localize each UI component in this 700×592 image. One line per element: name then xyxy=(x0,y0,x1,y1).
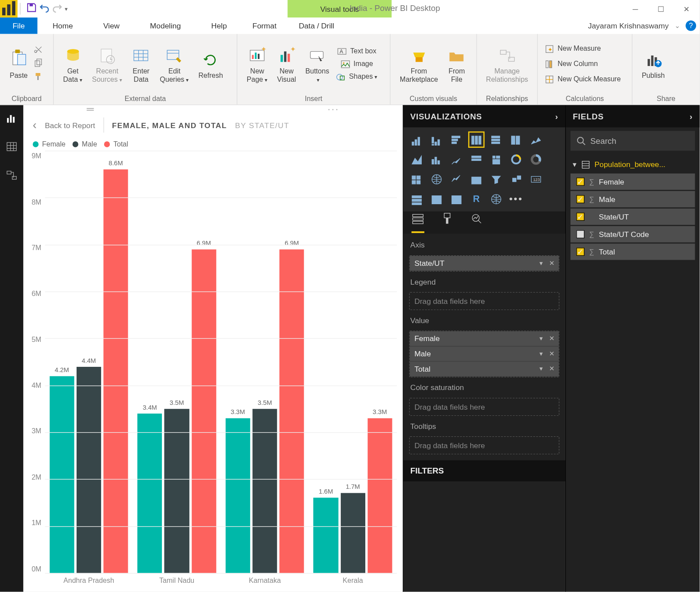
model-view-icon[interactable] xyxy=(6,169,18,184)
viz-type-22[interactable] xyxy=(429,192,444,207)
report-view-icon[interactable] xyxy=(6,112,18,127)
field-female[interactable]: ✓∑Female xyxy=(570,174,695,190)
undo-icon[interactable] xyxy=(39,2,50,16)
new-measure-button[interactable]: ✦New Measure xyxy=(542,43,603,55)
close-button[interactable]: ✕ xyxy=(674,0,700,17)
viz-type-16[interactable] xyxy=(449,172,464,187)
checkbox-on-icon[interactable]: ✓ xyxy=(576,195,584,203)
field-state[interactable]: ✓∑State/UT xyxy=(570,209,695,225)
data-view-icon[interactable] xyxy=(6,141,18,155)
chevron-down-icon[interactable]: ⌄ xyxy=(675,22,680,29)
viz-type-11[interactable] xyxy=(489,152,504,167)
manage-relationships-button[interactable]: Manage Relationships xyxy=(482,45,532,84)
bar-female-2[interactable]: 3.3M xyxy=(226,418,250,573)
cut-icon[interactable] xyxy=(34,45,43,57)
recent-sources-button[interactable]: Recent Sources▾ xyxy=(88,45,127,84)
filters-header[interactable]: FILTERS xyxy=(403,460,565,481)
chart[interactable]: 9M8M7M6M5M4M3M2M1M0M 4.2M4.4M8.6M3.4M3.5… xyxy=(23,151,402,592)
copy-icon[interactable] xyxy=(34,58,43,70)
tooltips-dropzone[interactable]: Drag data fields here xyxy=(410,437,559,454)
menu-view[interactable]: View xyxy=(88,17,135,34)
get-data-button[interactable]: Get Data▾ xyxy=(59,45,88,84)
publish-button[interactable]: Publish xyxy=(637,49,669,80)
menu-modeling[interactable]: Modeling xyxy=(135,17,196,34)
analytics-tab-icon[interactable] xyxy=(470,212,483,233)
viz-type-2[interactable] xyxy=(449,132,464,147)
bar-male-1[interactable]: 3.5M xyxy=(164,409,189,573)
menu-help[interactable]: Help xyxy=(196,17,242,34)
fields-tab-icon[interactable] xyxy=(412,212,424,233)
chevron-right-icon[interactable]: › xyxy=(690,111,693,121)
table-header[interactable]: ▾ Population_betwee... xyxy=(570,157,695,172)
bar-total-2[interactable]: 6.9M xyxy=(280,249,304,573)
bar-total-0[interactable]: 8.6M xyxy=(104,170,128,573)
from-marketplace-button[interactable]: From Marketplace xyxy=(395,45,443,84)
axis-chip-state[interactable]: State/UT▾✕ xyxy=(410,256,559,271)
viz-type-5[interactable] xyxy=(508,132,524,147)
redo-icon[interactable] xyxy=(52,2,63,16)
viz-type-7[interactable] xyxy=(409,152,424,167)
viz-type-23[interactable] xyxy=(449,192,464,207)
value-chip-male[interactable]: Male▾✕ xyxy=(410,346,559,362)
qat-caret-icon[interactable]: ▾ xyxy=(65,6,68,12)
viz-type-21[interactable] xyxy=(409,192,424,207)
shapes-button[interactable]: Shapes▾ xyxy=(334,71,380,83)
viz-type-20[interactable]: 123 xyxy=(528,172,544,187)
colorsat-dropzone[interactable]: Drag data fields here xyxy=(410,398,559,415)
textbox-button[interactable]: AText box xyxy=(334,45,380,57)
viz-type-10[interactable] xyxy=(469,152,484,167)
new-visual-button[interactable]: ✦New Visual xyxy=(273,45,301,84)
image-button[interactable]: Image xyxy=(334,59,380,70)
format-painter-icon[interactable] xyxy=(34,72,43,84)
menu-datadrill[interactable]: Data / Drill xyxy=(290,17,343,34)
edit-queries-button[interactable]: Edit Queries▾ xyxy=(155,45,194,84)
viz-type-4[interactable] xyxy=(489,132,504,147)
menu-home[interactable]: Home xyxy=(38,17,88,34)
back-to-report[interactable]: Back to Report xyxy=(45,121,95,129)
paste-button[interactable]: Paste xyxy=(5,49,33,80)
save-icon[interactable] xyxy=(26,2,37,16)
checkbox-on-icon[interactable]: ✓ xyxy=(576,178,584,186)
value-chip-female[interactable]: Female▾✕ xyxy=(410,331,559,347)
remove-icon[interactable]: ✕ xyxy=(549,259,554,267)
legend-dropzone[interactable]: Drag data fields here xyxy=(410,293,559,310)
refresh-button[interactable]: Refresh xyxy=(194,49,228,80)
bar-female-1[interactable]: 3.4M xyxy=(137,414,162,573)
viz-type-3[interactable] xyxy=(469,132,484,147)
bar-male-3[interactable]: 1.7M xyxy=(340,493,365,573)
viz-type-14[interactable] xyxy=(409,172,424,187)
checkbox-off-icon[interactable] xyxy=(576,230,584,238)
fields-search[interactable]: Search xyxy=(570,131,695,150)
chevron-down-icon[interactable]: ▾ xyxy=(539,259,543,267)
viz-type-1[interactable] xyxy=(429,132,444,147)
minimize-button[interactable]: ─ xyxy=(623,0,648,17)
bar-total-3[interactable]: 3.3M xyxy=(368,418,392,573)
viz-type-9[interactable] xyxy=(449,152,464,167)
viz-type-0[interactable] xyxy=(409,132,424,147)
checkbox-on-icon[interactable]: ✓ xyxy=(576,212,584,221)
viz-type-15[interactable] xyxy=(429,172,444,187)
viz-type-18[interactable] xyxy=(489,172,504,187)
format-tab-icon[interactable] xyxy=(441,212,453,233)
field-total[interactable]: ✓∑Total xyxy=(570,244,695,260)
viz-type-19[interactable] xyxy=(508,172,524,187)
viz-type-26[interactable]: ••• xyxy=(508,192,524,207)
user-name[interactable]: Jayaram Krishnaswamy xyxy=(588,21,668,30)
field-state-code[interactable]: ∑State/UT Code xyxy=(570,226,695,242)
enter-data-button[interactable]: Enter Data xyxy=(127,45,155,84)
chevron-right-icon[interactable]: › xyxy=(555,111,558,121)
new-page-button[interactable]: ✦New Page▾ xyxy=(242,45,273,84)
viz-type-12[interactable] xyxy=(508,152,524,167)
help-icon[interactable]: ? xyxy=(686,21,696,31)
viz-type-25[interactable] xyxy=(489,192,504,207)
new-column-button[interactable]: New Column xyxy=(542,59,600,70)
viz-type-8[interactable] xyxy=(429,152,444,167)
from-file-button[interactable]: From File xyxy=(443,45,471,84)
menu-format[interactable]: Format xyxy=(238,17,290,34)
bar-male-0[interactable]: 4.4M xyxy=(77,366,101,573)
bar-total-1[interactable]: 6.9M xyxy=(192,249,216,573)
menu-file[interactable]: File xyxy=(0,17,38,34)
field-male[interactable]: ✓∑Male xyxy=(570,191,695,207)
viz-type-6[interactable] xyxy=(528,132,544,147)
viz-type-13[interactable] xyxy=(528,152,544,167)
